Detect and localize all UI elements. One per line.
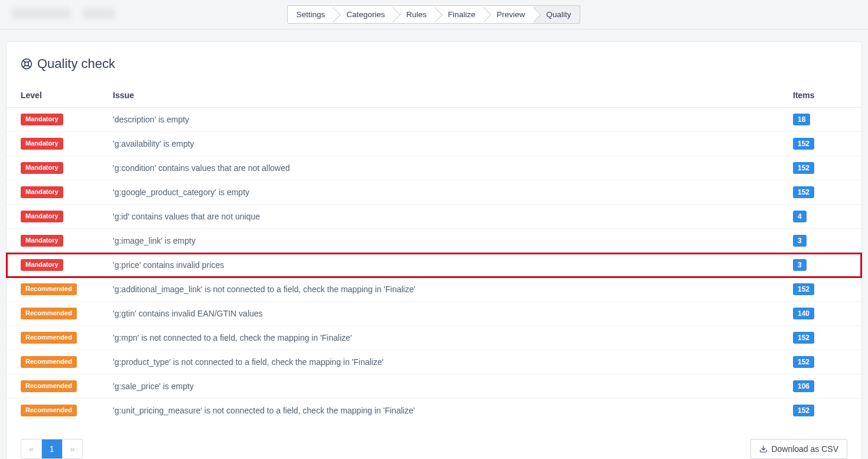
pagination: « 1 » <box>21 439 83 459</box>
level-badge: Mandatory <box>21 138 63 149</box>
cell-level: Recommended <box>6 350 99 374</box>
page-next-button[interactable]: » <box>63 439 83 458</box>
page-prev-button[interactable]: « <box>21 439 42 458</box>
cell-items: 140 <box>779 302 862 326</box>
cell-issue: 'g:sale_price' is empty <box>99 374 779 399</box>
table-row[interactable]: Mandatory'description' is empty18 <box>6 108 862 132</box>
panel-header: Quality check <box>6 42 862 83</box>
items-count-badge: 152 <box>793 162 814 174</box>
items-count-badge: 152 <box>793 138 814 150</box>
cell-issue: 'description' is empty <box>99 108 779 132</box>
cell-level: Recommended <box>6 277 99 302</box>
cell-issue: 'g:additional_image_link' is not connect… <box>99 277 779 302</box>
items-count-badge: 106 <box>793 380 814 392</box>
table-row[interactable]: Recommended'g:gtin' contains invalid EAN… <box>6 302 862 326</box>
items-count-badge: 18 <box>793 114 810 125</box>
cell-level: Mandatory <box>6 205 99 229</box>
table-row[interactable]: Mandatory'g:id' contains values that are… <box>6 205 862 229</box>
cell-items: 4 <box>779 205 862 229</box>
table-row[interactable]: Mandatory'g:availability' is empty152 <box>6 132 862 156</box>
table-row[interactable]: Mandatory'g:google_product_category' is … <box>6 180 862 205</box>
top-left-placeholder <box>12 8 115 19</box>
cell-level: Mandatory <box>6 132 99 156</box>
cell-level: Mandatory <box>6 156 99 180</box>
col-issue-header: Issue <box>99 83 779 108</box>
blurred-text <box>83 8 115 19</box>
lifebuoy-icon <box>21 58 32 70</box>
cell-items: 152 <box>779 277 862 302</box>
level-badge: Mandatory <box>21 211 63 222</box>
download-label: Download as CSV <box>771 444 838 454</box>
items-count-badge: 152 <box>793 405 814 416</box>
table-row[interactable]: Mandatory'g:image_link' is empty3 <box>6 229 862 253</box>
cell-level: Mandatory <box>6 229 99 253</box>
cell-items: 3 <box>779 253 862 277</box>
level-badge: Mandatory <box>21 162 63 173</box>
cell-issue: 'g:gtin' contains invalid EAN/GTIN value… <box>99 302 779 326</box>
table-header-row: Level Issue Items <box>6 83 862 108</box>
table-row[interactable]: Recommended'g:mpn' is not connected to a… <box>6 326 862 350</box>
cell-items: 152 <box>779 156 862 180</box>
step-settings[interactable]: Settings <box>287 5 334 24</box>
cell-issue: 'g:product_type' is not connected to a f… <box>99 350 779 374</box>
cell-issue: 'g:image_link' is empty <box>99 229 779 253</box>
step-categories[interactable]: Categories <box>333 5 394 24</box>
table-row[interactable]: Mandatory'g:price' contains invalid pric… <box>6 253 862 277</box>
items-count-badge: 3 <box>793 259 807 271</box>
table-row[interactable]: Recommended'g:sale_price' is empty106 <box>6 374 862 399</box>
cell-level: Recommended <box>6 326 99 350</box>
quality-table: Level Issue Items Mandatory'description'… <box>6 83 862 422</box>
level-badge: Mandatory <box>21 186 63 198</box>
level-badge: Mandatory <box>21 114 63 125</box>
table-row[interactable]: Mandatory'g:condition' contains values t… <box>6 156 862 180</box>
table-row[interactable]: Recommended'g:additional_image_link' is … <box>6 277 862 302</box>
cell-issue: 'g:price' contains invalid prices <box>99 253 779 277</box>
cell-issue: 'g:mpn' is not connected to a field, che… <box>99 326 779 350</box>
items-count-badge: 140 <box>793 308 814 319</box>
cell-level: Mandatory <box>6 180 99 205</box>
level-badge: Mandatory <box>21 235 63 246</box>
level-badge: Recommended <box>21 380 77 392</box>
level-badge: Recommended <box>21 308 77 319</box>
col-level-header: Level <box>6 83 99 108</box>
svg-line-4 <box>28 60 30 63</box>
blurred-text <box>12 8 71 19</box>
cell-issue: 'g:google_product_category' is empty <box>99 180 779 205</box>
cell-issue: 'g:condition' contains values that are n… <box>99 156 779 180</box>
download-icon <box>759 445 768 453</box>
cell-items: 18 <box>779 108 862 132</box>
page-number-button[interactable]: 1 <box>42 439 63 458</box>
cell-items: 3 <box>779 229 862 253</box>
cell-items: 152 <box>779 132 862 156</box>
level-badge: Recommended <box>21 332 77 343</box>
items-count-badge: 152 <box>793 186 814 198</box>
wizard-steps: SettingsCategoriesRulesFinalizePreviewQu… <box>288 5 580 24</box>
top-bar: SettingsCategoriesRulesFinalizePreviewQu… <box>0 0 868 30</box>
level-badge: Recommended <box>21 405 77 416</box>
cell-items: 152 <box>779 180 862 205</box>
cell-issue: 'g:availability' is empty <box>99 132 779 156</box>
cell-issue: 'g:unit_pricing_measure' is not connecte… <box>99 399 779 423</box>
cell-items: 152 <box>779 326 862 350</box>
svg-point-1 <box>25 62 29 66</box>
cell-items: 106 <box>779 374 862 399</box>
level-badge: Mandatory <box>21 259 63 270</box>
table-row[interactable]: Recommended'g:product_type' is not conne… <box>6 350 862 374</box>
cell-level: Recommended <box>6 399 99 423</box>
cell-items: 152 <box>779 399 862 423</box>
cell-issue: 'g:id' contains values that are not uniq… <box>99 205 779 229</box>
items-count-badge: 3 <box>793 235 807 247</box>
panel-title: Quality check <box>37 56 115 72</box>
svg-line-5 <box>23 65 25 67</box>
items-count-badge: 152 <box>793 356 814 368</box>
level-badge: Recommended <box>21 356 77 367</box>
cell-level: Recommended <box>6 374 99 399</box>
cell-items: 152 <box>779 350 862 374</box>
cell-level: Recommended <box>6 302 99 326</box>
items-count-badge: 4 <box>793 211 807 222</box>
table-row[interactable]: Recommended'g:unit_pricing_measure' is n… <box>6 399 862 423</box>
items-count-badge: 152 <box>793 283 814 295</box>
download-csv-button[interactable]: Download as CSV <box>750 439 847 459</box>
col-items-header: Items <box>779 83 862 108</box>
level-badge: Recommended <box>21 283 77 295</box>
